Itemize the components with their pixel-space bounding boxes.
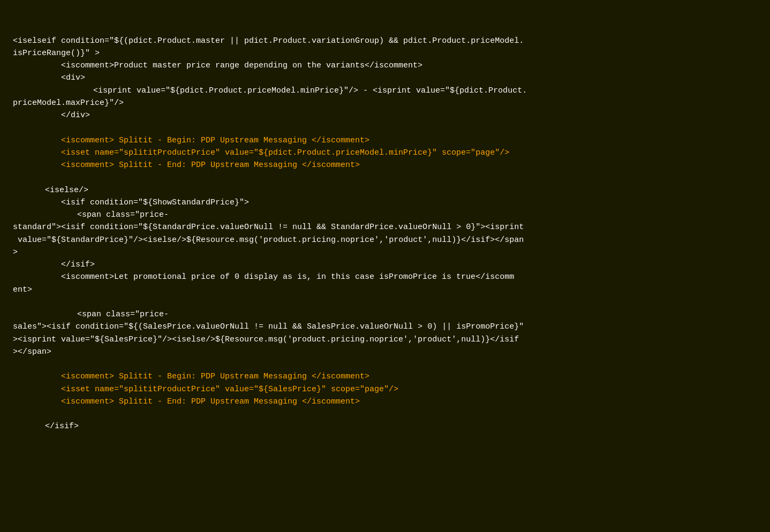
code-line: <iscomment> Splitit - End: PDP Upstream … — [13, 159, 757, 171]
code-line: <iscomment> Splitit - End: PDP Upstream … — [13, 396, 757, 408]
code-line: ><isprint value="${SalesPrice}"/><iselse… — [13, 333, 757, 346]
code-line: sales"><isif condition="${(SalesPrice.va… — [13, 321, 757, 333]
code-line: <div> — [13, 72, 757, 84]
code-line: <iselse/> — [13, 184, 757, 196]
code-line: <isif condition="${ShowStandardPrice}"> — [13, 196, 757, 209]
code-line: priceModel.maxPrice}"/> — [13, 97, 757, 109]
code-line: <isset name="splititProductPrice" value=… — [13, 383, 757, 396]
code-blank-line — [13, 408, 757, 420]
code-blank-line — [13, 296, 757, 308]
code-line: standard"><isif condition="${StandardPri… — [13, 221, 757, 233]
code-line: isPriceRange()}" > — [13, 47, 757, 59]
code-blank-line — [13, 171, 757, 184]
code-line: <span class="price- — [13, 308, 757, 321]
code-line: value="${StandardPrice}"/><iselse/>${Res… — [13, 234, 757, 246]
code-line: <isprint value="${pdict.Product.priceMod… — [13, 85, 757, 97]
code-line: > — [13, 246, 757, 259]
code-line: <span class="price- — [13, 209, 757, 221]
code-content: <iselseif condition="${(pdict.Product.ma… — [13, 35, 757, 433]
code-line: </isif> — [13, 259, 757, 271]
code-line: <iselseif condition="${(pdict.Product.ma… — [13, 35, 757, 47]
code-blank-line — [13, 121, 757, 134]
code-blank-line — [13, 358, 757, 370]
code-editor: <iselseif condition="${(pdict.Product.ma… — [0, 0, 770, 455]
code-line: <iscomment>Product master price range de… — [13, 59, 757, 72]
code-line: <iscomment> Splitit - Begin: PDP Upstrea… — [13, 134, 757, 147]
code-line: <iscomment>Let promotional price of 0 di… — [13, 271, 757, 283]
code-line: <isset name="splititProductPrice" value=… — [13, 147, 757, 159]
code-line: </div> — [13, 109, 757, 121]
code-line: <iscomment> Splitit - Begin: PDP Upstrea… — [13, 370, 757, 383]
code-line: ent> — [13, 284, 757, 296]
code-line: </isif> — [13, 420, 757, 432]
code-line: ></span> — [13, 346, 757, 358]
